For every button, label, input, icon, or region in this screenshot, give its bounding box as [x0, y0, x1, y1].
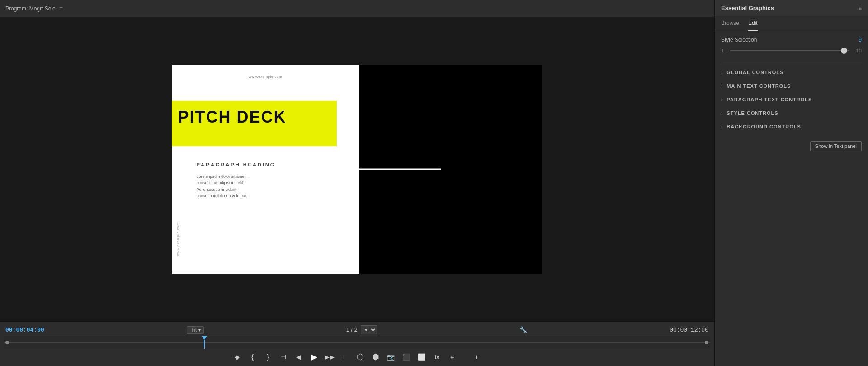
- slide-paragraph-text: Lorem ipsum dolor sit amet, consectetur …: [197, 173, 287, 200]
- chevron-main-text: ›: [721, 84, 723, 89]
- timeline-scrubber[interactable]: [4, 336, 710, 349]
- control-group-paragraph-text: › PARAGRAPH TEXT CONTROLS: [721, 93, 862, 106]
- show-in-text-panel-button[interactable]: Show in Text panel: [810, 141, 862, 151]
- wrench-icon[interactable]: 🔧: [519, 326, 527, 333]
- mark-right-button[interactable]: }: [262, 351, 274, 363]
- page-current: 1: [346, 327, 349, 333]
- page-total: 2: [354, 327, 358, 333]
- global-controls-label: GLOBAL CONTROLS: [726, 70, 783, 75]
- global-controls-header[interactable]: › GLOBAL CONTROLS: [721, 66, 862, 79]
- goto-in-button[interactable]: ⊣: [277, 351, 290, 363]
- camera-button[interactable]: 📷: [385, 351, 397, 363]
- black-panel: [359, 65, 542, 274]
- style-controls-label: STYLE CONTROLS: [726, 110, 778, 116]
- step-forward-button[interactable]: ▶▶: [323, 351, 336, 363]
- timeline-end: [705, 341, 708, 344]
- tab-edit[interactable]: Edit: [748, 20, 758, 31]
- main-text-controls-header[interactable]: › MAIN TEXT CONTROLS: [721, 80, 862, 92]
- chevron-paragraph-text: ›: [721, 97, 723, 102]
- page-select[interactable]: ▾: [361, 325, 377, 334]
- fit-selector[interactable]: Fit ▾: [187, 326, 204, 334]
- monitor-title: Program: Mogrt Solo: [5, 5, 56, 12]
- style-selection-label: Style Selection: [721, 37, 757, 43]
- eg-content: Style Selection 9 1 10 ›: [715, 31, 868, 366]
- main-text-controls-label: MAIN TEXT CONTROLS: [726, 83, 791, 89]
- playhead-line: [204, 340, 205, 349]
- tab-browse[interactable]: Browse: [721, 20, 739, 31]
- slider-min: 1: [721, 48, 726, 53]
- white-divider-line: [359, 169, 441, 170]
- fit-label: Fit: [192, 328, 197, 333]
- monitor-header: Program: Mogrt Solo ≡: [0, 0, 714, 17]
- slider-max: 10: [853, 48, 862, 53]
- time-row: 00:00:04:00 Fit ▾ 1 / 2 ▾ 🔧 00:00:12:00: [0, 323, 714, 336]
- background-controls-label: BACKGROUND CONTROLS: [726, 124, 801, 129]
- eg-menu-icon[interactable]: ≡: [859, 5, 862, 11]
- slide-title: PITCH DECK: [178, 108, 287, 127]
- timeline-track: [4, 342, 710, 343]
- style-selection-section: Style Selection 9 1 10: [721, 37, 862, 55]
- timeline-start: [5, 341, 9, 344]
- fit-chevron: ▾: [198, 328, 201, 333]
- divider-1: [721, 62, 862, 62]
- chevron-style: ›: [721, 111, 723, 116]
- style-selection-header: Style Selection 9: [721, 37, 862, 43]
- controls-row: ◆ { } ⊣ ◀ ▶ ▶▶ ⊢ ⬡ ⬢ 📷 ⬛ ⬜ fx # +: [0, 349, 714, 366]
- slide-vertical-text: www.example.com: [176, 223, 179, 256]
- monitor-canvas: www.example.com PITCH DECK www.example.c…: [0, 17, 714, 321]
- chevron-global: ›: [721, 70, 723, 75]
- slide-panel: www.example.com PITCH DECK www.example.c…: [172, 65, 359, 274]
- fx-button[interactable]: fx: [431, 351, 443, 363]
- control-group-global: › GLOBAL CONTROLS: [721, 66, 862, 79]
- trim2-button[interactable]: ⬜: [415, 351, 428, 363]
- control-group-style: › STYLE CONTROLS: [721, 107, 862, 119]
- program-monitor: Program: Mogrt Solo ≡ www.example.com PI…: [0, 0, 714, 366]
- style-slider-row: 1 10: [721, 47, 862, 55]
- transport-area: 00:00:04:00 Fit ▾ 1 / 2 ▾ 🔧 00:00:12:00: [0, 321, 714, 366]
- mark-in-button[interactable]: ◆: [231, 351, 244, 363]
- add-button[interactable]: +: [471, 351, 483, 363]
- overwrite-button[interactable]: ⬢: [369, 351, 382, 363]
- step-back-button[interactable]: ◀: [292, 351, 305, 363]
- monitor-menu-icon[interactable]: ≡: [59, 5, 63, 12]
- insert-button[interactable]: ⬡: [354, 351, 367, 363]
- duration-timecode: 00:00:12:00: [670, 327, 708, 333]
- style-slider[interactable]: [730, 47, 849, 55]
- play-button[interactable]: ▶: [308, 351, 321, 363]
- eg-tabs: Browse Edit: [715, 16, 868, 31]
- background-controls-header[interactable]: › BACKGROUND CONTROLS: [721, 120, 862, 133]
- hashtag-button[interactable]: #: [446, 351, 459, 363]
- essential-graphics-panel: Essential Graphics ≡ Browse Edit Style S…: [714, 0, 868, 366]
- mark-left-button[interactable]: {: [246, 351, 259, 363]
- playhead-arrow: [202, 336, 207, 340]
- control-group-background: › BACKGROUND CONTROLS: [721, 120, 862, 133]
- timeline-playhead[interactable]: [202, 336, 207, 349]
- paragraph-text-controls-label: PARAGRAPH TEXT CONTROLS: [726, 97, 812, 102]
- slide-paragraph-heading: PARAGRAPH HEADING: [197, 162, 276, 167]
- slide-url: www.example.com: [172, 75, 359, 79]
- current-timecode[interactable]: 00:00:04:00: [5, 327, 44, 333]
- paragraph-text-controls-header[interactable]: › PARAGRAPH TEXT CONTROLS: [721, 93, 862, 106]
- page-slash: /: [351, 327, 352, 333]
- style-selection-value: 9: [859, 37, 862, 43]
- slider-track: [730, 50, 849, 51]
- slider-thumb[interactable]: [841, 48, 847, 54]
- style-controls-header[interactable]: › STYLE CONTROLS: [721, 107, 862, 119]
- control-group-main-text: › MAIN TEXT CONTROLS: [721, 80, 862, 92]
- goto-out-button[interactable]: ⊢: [339, 351, 351, 363]
- eg-title: Essential Graphics: [721, 5, 774, 11]
- page-indicator: 1 / 2 ▾: [346, 325, 377, 334]
- video-frame: www.example.com PITCH DECK www.example.c…: [172, 65, 542, 274]
- chevron-background: ›: [721, 124, 723, 129]
- eg-header: Essential Graphics ≡: [715, 0, 868, 16]
- trim-button[interactable]: ⬛: [400, 351, 413, 363]
